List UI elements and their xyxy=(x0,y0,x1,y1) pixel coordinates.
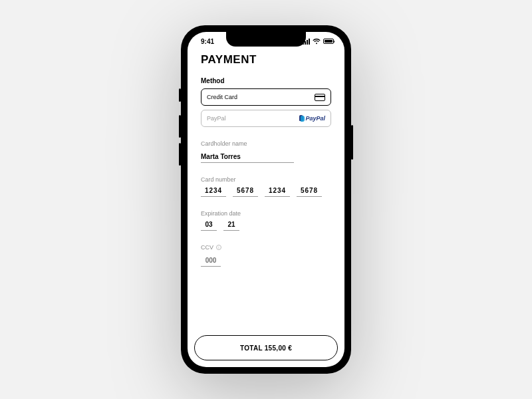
cardholder-field: Cardholder name xyxy=(201,140,331,163)
method-paypal-label: PayPal xyxy=(207,115,226,122)
power-button xyxy=(351,125,353,160)
screen: 9:41 PAYMENT Method Credit Card PayPal xyxy=(188,32,344,367)
ccv-label: CCV i xyxy=(201,244,331,251)
notch xyxy=(226,32,306,47)
card-number-1[interactable] xyxy=(201,186,226,197)
volume-up-button xyxy=(179,115,181,138)
wifi-icon xyxy=(313,39,321,45)
status-icons xyxy=(303,39,334,45)
expiration-year[interactable] xyxy=(223,219,239,231)
expiration-field: Expiration date xyxy=(201,210,331,231)
method-label: Method xyxy=(201,77,331,84)
total-button[interactable]: TOTAL 155,00 € xyxy=(194,335,338,360)
expiration-label: Expiration date xyxy=(201,210,331,217)
svg-rect-1 xyxy=(315,96,325,97)
cardholder-input[interactable] xyxy=(201,152,294,163)
status-time: 9:41 xyxy=(201,38,214,45)
card-number-field: Card number xyxy=(201,176,331,197)
ccv-input[interactable] xyxy=(201,255,221,267)
side-button xyxy=(179,88,181,102)
method-credit-card[interactable]: Credit Card xyxy=(201,88,331,106)
card-number-4[interactable] xyxy=(297,186,322,197)
method-paypal[interactable]: PayPal PayPal xyxy=(201,110,331,127)
volume-down-button xyxy=(179,143,181,166)
card-number-2[interactable] xyxy=(233,186,258,197)
expiration-month[interactable] xyxy=(201,219,217,231)
phone-frame: 9:41 PAYMENT Method Credit Card PayPal xyxy=(181,25,351,374)
card-number-3[interactable] xyxy=(265,186,290,197)
cardholder-label: Cardholder name xyxy=(201,140,331,147)
svg-rect-0 xyxy=(315,94,325,100)
page-title: PAYMENT xyxy=(201,53,331,66)
ccv-field: CCV i xyxy=(201,244,331,267)
battery-icon xyxy=(323,39,334,44)
method-credit-card-label: Credit Card xyxy=(207,94,237,100)
card-number-label: Card number xyxy=(201,176,331,183)
credit-card-icon xyxy=(315,94,325,101)
total-label: TOTAL 155,00 € xyxy=(240,344,292,352)
info-icon[interactable]: i xyxy=(216,245,221,250)
paypal-logo-icon: PayPal xyxy=(299,115,325,122)
